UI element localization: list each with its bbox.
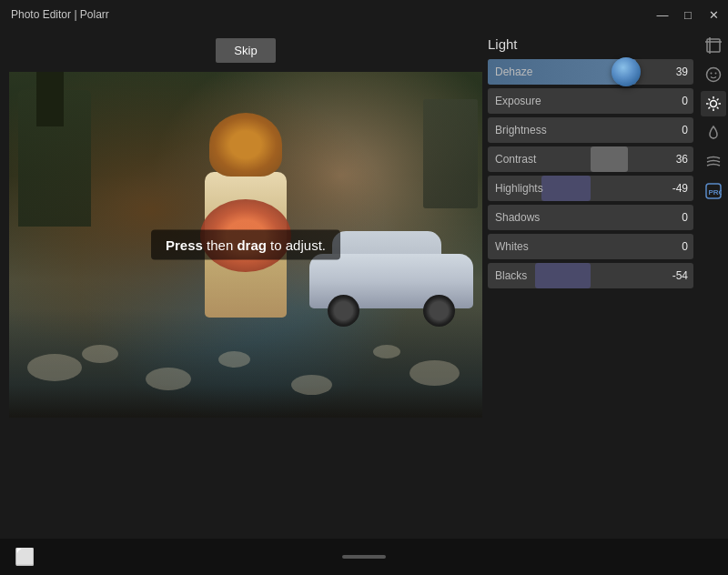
light-spot	[82, 345, 118, 363]
instruction-then: then	[203, 237, 238, 253]
slider-value-dehaze: 39	[676, 66, 688, 78]
title-bar: Photo Editor | Polarr — □ ✕	[0, 0, 728, 29]
crop-icon[interactable]	[701, 33, 726, 58]
instruction-suffix: to adjust.	[267, 237, 326, 253]
slider-fill-contrast	[591, 146, 628, 172]
slider-value-exposure: 0	[682, 95, 688, 107]
slider-value-brightness: 0	[682, 124, 688, 136]
slider-track-blacks[interactable]: Blacks-54	[488, 263, 693, 288]
bottom-bar: ⬜	[0, 539, 728, 575]
instruction-drag: drag	[237, 237, 267, 253]
slider-value-highlights: -49	[672, 182, 688, 195]
slider-row-whites[interactable]: Whites0	[488, 234, 693, 259]
close-button[interactable]: ✕	[706, 7, 721, 22]
slider-row-brightness[interactable]: Brightness0	[488, 117, 693, 143]
canvas-area: Skip	[0, 29, 482, 539]
car-wheel-left	[328, 295, 359, 327]
car-wheel-right	[423, 295, 455, 327]
minimize-button[interactable]: —	[655, 7, 670, 22]
skip-button[interactable]: Skip	[216, 38, 275, 63]
maximize-button[interactable]: □	[681, 7, 695, 22]
instruction-press: Press	[166, 237, 203, 253]
slider-track-highlights[interactable]: Highlights-49	[488, 176, 693, 201]
bg-tree	[423, 99, 478, 208]
svg-point-3	[707, 68, 721, 82]
svg-line-12	[717, 107, 719, 109]
slider-label-contrast: Contrast	[495, 153, 536, 166]
svg-point-5	[715, 73, 717, 75]
drag-instruction-overlay: Press then drag to adjust.	[151, 230, 340, 260]
slider-value-whites: 0	[682, 240, 688, 253]
svg-rect-0	[707, 39, 720, 52]
window-controls: — □ ✕	[655, 7, 721, 22]
svg-line-14	[709, 107, 711, 109]
slider-track-brightness[interactable]: Brightness0	[488, 117, 693, 143]
slider-track-whites[interactable]: Whites0	[488, 234, 693, 259]
slider-row-blacks[interactable]: Blacks-54	[488, 263, 693, 288]
light-spot	[410, 360, 460, 386]
app-title: Photo Editor | Polarr	[11, 8, 109, 21]
slider-row-exposure[interactable]: Exposure0	[488, 88, 693, 114]
slider-track-contrast[interactable]: Contrast36	[488, 146, 693, 172]
svg-line-11	[709, 99, 711, 101]
slider-row-highlights[interactable]: Highlights-49	[488, 176, 693, 201]
svg-point-6	[711, 101, 717, 107]
slider-label-highlights: Highlights	[495, 182, 543, 195]
light-icon[interactable]	[701, 91, 726, 116]
layers-icon[interactable]	[701, 149, 726, 175]
light-panel: Light Dehaze39Exposure0Brightness0Contra…	[482, 29, 699, 539]
slider-label-blacks: Blacks	[495, 269, 527, 282]
bg-pillar	[36, 72, 64, 126]
woman-figure	[173, 126, 318, 418]
dehaze-handle[interactable]	[612, 57, 641, 86]
main-content: Skip	[0, 29, 728, 539]
slider-value-contrast: 36	[676, 153, 688, 166]
gallery-icon[interactable]: ⬜	[15, 547, 35, 567]
slider-track-shadows[interactable]: Shadows0	[488, 205, 693, 230]
bottom-handle	[342, 555, 386, 559]
droplet-icon[interactable]	[701, 120, 726, 146]
slider-track-exposure[interactable]: Exposure0	[488, 88, 693, 114]
light-spot	[27, 354, 82, 381]
slider-fill-highlights	[541, 176, 591, 201]
svg-point-4	[711, 73, 713, 75]
slider-value-blacks: -54	[672, 269, 688, 282]
slider-row-contrast[interactable]: Contrast36	[488, 146, 693, 172]
sliders-container: Dehaze39Exposure0Brightness0Contrast36Hi…	[488, 59, 693, 288]
light-panel-title: Light	[488, 36, 693, 52]
slider-fill-blacks	[535, 263, 591, 288]
light-spot	[373, 345, 400, 358]
woman-hair	[209, 113, 282, 177]
tool-sidebar: PRO	[699, 29, 728, 539]
photo-canvas[interactable]: Press then drag to adjust.	[9, 72, 482, 418]
slider-label-whites: Whites	[495, 240, 529, 253]
slider-label-exposure: Exposure	[495, 95, 541, 107]
svg-text:PRO: PRO	[709, 188, 723, 197]
svg-line-13	[717, 99, 719, 101]
slider-label-dehaze: Dehaze	[495, 66, 532, 78]
slider-track-dehaze[interactable]: Dehaze39	[488, 59, 693, 85]
slider-label-shadows: Shadows	[495, 211, 540, 224]
slider-row-dehaze[interactable]: Dehaze39	[488, 59, 693, 85]
slider-row-shadows[interactable]: Shadows0	[488, 205, 693, 230]
slider-value-shadows: 0	[682, 211, 688, 224]
face-icon[interactable]	[701, 62, 726, 87]
pro-icon[interactable]: PRO	[701, 178, 726, 204]
slider-label-brightness: Brightness	[495, 124, 547, 136]
